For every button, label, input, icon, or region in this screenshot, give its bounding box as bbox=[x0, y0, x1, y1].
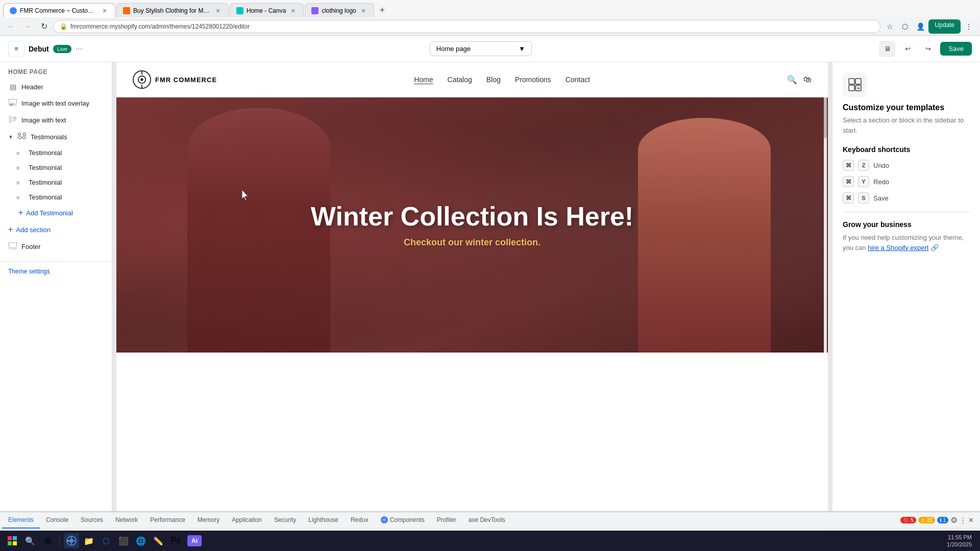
tab-clothing[interactable]: Buy Stylish Clothing for Men | Fr... × bbox=[116, 3, 229, 17]
sidebar-item-testimonials[interactable]: ▼ Testimonials bbox=[0, 129, 112, 145]
page-selector[interactable]: Home page ▼ bbox=[430, 41, 532, 56]
right-panel-subtitle: Select a section or block in the sidebar… bbox=[843, 115, 970, 135]
sidebar-item-image-text-overlay[interactable]: Image with text overlay bbox=[0, 95, 112, 112]
taskbar-ai-button[interactable]: Ai bbox=[187, 535, 202, 546]
tab-close-3[interactable]: × bbox=[289, 7, 297, 15]
search-icon[interactable]: 🔍 bbox=[787, 75, 797, 85]
testimonials-label: Testimonials bbox=[31, 133, 67, 141]
taskbar-ps-icon[interactable]: Ps bbox=[168, 533, 183, 548]
start-button[interactable] bbox=[4, 533, 20, 549]
menu-icon[interactable]: ⋮ bbox=[962, 19, 976, 34]
live-badge: Live bbox=[53, 45, 71, 53]
svg-rect-24 bbox=[8, 536, 12, 540]
sidebar-image-text-overlay-label: Image with text overlay bbox=[21, 99, 104, 107]
taskbar-search-icon[interactable]: 🔍 bbox=[22, 533, 38, 548]
profile-icon[interactable]: 👤 bbox=[913, 19, 927, 34]
back-button[interactable]: ← bbox=[4, 19, 18, 34]
forward-button[interactable]: → bbox=[20, 19, 35, 34]
svg-rect-25 bbox=[13, 536, 17, 540]
kbd-ctrl-2: ⌘ bbox=[843, 176, 854, 187]
devtools-tab-memory[interactable]: Memory bbox=[191, 512, 226, 529]
toolbar-icons: ☆ ⬡ 👤 Update ⋮ bbox=[883, 19, 976, 34]
save-button[interactable]: Save bbox=[940, 42, 972, 56]
devtools-close-icon[interactable]: ✕ bbox=[968, 516, 974, 524]
taskbar-explorer-icon[interactable]: 📁 bbox=[81, 533, 96, 548]
theme-settings-link[interactable]: Theme settings bbox=[8, 268, 104, 275]
tab-canva[interactable]: Home - Canva × bbox=[230, 3, 304, 17]
add-section-icon: + bbox=[8, 225, 13, 234]
devtools-settings-icon[interactable]: ⚙ bbox=[950, 515, 958, 525]
testimonial-child-2[interactable]: ≡ Testimonial bbox=[4, 160, 112, 175]
devtools-tab-axe[interactable]: axe DevTools bbox=[462, 512, 511, 529]
sidebar-item-header[interactable]: ▤ Header bbox=[0, 79, 112, 95]
add-section-label: Add section bbox=[16, 226, 51, 234]
add-section-button[interactable]: + Add section bbox=[0, 221, 112, 238]
extensions-icon[interactable]: ⬡ bbox=[898, 19, 912, 34]
svg-rect-1 bbox=[9, 103, 17, 106]
testimonial-child-4[interactable]: ≡ Testimonial bbox=[4, 190, 112, 205]
devtools-tab-redux[interactable]: Redux bbox=[345, 512, 375, 529]
devtools-tab-network[interactable]: Network bbox=[109, 512, 144, 529]
testimonial-child-3[interactable]: ≡ Testimonial bbox=[4, 175, 112, 190]
new-tab-button[interactable]: + bbox=[375, 3, 389, 17]
shortcut-save-label: Save bbox=[873, 194, 889, 202]
nav-link-blog[interactable]: Blog bbox=[486, 76, 501, 84]
devtools-tab-performance[interactable]: Performance bbox=[144, 512, 191, 529]
tab-close-2[interactable]: × bbox=[214, 7, 222, 15]
svg-rect-10 bbox=[18, 136, 21, 139]
devtools-tab-elements[interactable]: Elements bbox=[2, 512, 40, 529]
nav-link-home[interactable]: Home bbox=[414, 76, 433, 84]
shortcut-undo: ⌘ Z Undo bbox=[843, 160, 970, 171]
redo-button[interactable]: ↪ bbox=[920, 41, 936, 57]
sidebar-item-image-text[interactable]: Image with text bbox=[0, 112, 112, 129]
devtools-tab-profiler[interactable]: Profiler bbox=[431, 512, 462, 529]
preview-scroll-area[interactable]: FMR COMMERCE Home Catalog Blog Promotion… bbox=[112, 62, 832, 511]
devtools-tab-console[interactable]: Console bbox=[40, 512, 75, 529]
address-bar[interactable]: 🔒 fmrcommerce.myshopify.com/admin/themes… bbox=[53, 20, 880, 33]
devtools-tab-sources[interactable]: Sources bbox=[75, 512, 109, 529]
reload-button[interactable]: ↻ bbox=[37, 19, 51, 34]
devtools-tab-lighthouse[interactable]: Lighthouse bbox=[302, 512, 345, 529]
svg-rect-27 bbox=[13, 541, 17, 545]
store-navigation: FMR COMMERCE Home Catalog Blog Promotion… bbox=[116, 62, 828, 97]
nav-link-promotions[interactable]: Promotions bbox=[515, 76, 551, 84]
devtools-tab-components[interactable]: ⚛ Components bbox=[375, 512, 431, 529]
bookmark-icon[interactable]: ☆ bbox=[883, 19, 897, 34]
desktop-viewport-button[interactable]: 🖥 bbox=[879, 41, 895, 57]
preview-scrollbar[interactable] bbox=[824, 97, 827, 353]
add-testimonial-label: Add Testimonial bbox=[26, 209, 73, 217]
devtools-tab-security[interactable]: Security bbox=[268, 512, 302, 529]
taskbar-vscode-icon[interactable]: ⬡ bbox=[99, 533, 114, 548]
devtools-tab-bar: Elements Console Sources Network Perform… bbox=[0, 512, 980, 529]
devtools-more-icon[interactable]: ⋮ bbox=[960, 516, 966, 524]
tab-logo[interactable]: clothing logo × bbox=[305, 3, 374, 17]
more-options-button[interactable]: ··· bbox=[76, 44, 82, 54]
undo-button[interactable]: ↩ bbox=[899, 41, 916, 57]
sidebar-item-footer[interactable]: Footer bbox=[0, 238, 112, 255]
devtools-tab-application[interactable]: Application bbox=[226, 512, 268, 529]
image-text-overlay-icon bbox=[8, 99, 17, 108]
cart-icon[interactable]: 🛍 bbox=[803, 75, 812, 85]
taskbar-edge-icon[interactable]: 🌐 bbox=[133, 533, 149, 548]
kbd-z: Z bbox=[858, 160, 869, 171]
cursor-pointer bbox=[240, 189, 250, 203]
taskbar-figma-icon[interactable]: ✏️ bbox=[151, 533, 166, 548]
hero-person-right bbox=[638, 118, 771, 353]
hire-shopify-expert-link[interactable]: hire a Shopify expert bbox=[868, 244, 928, 252]
components-label: Components bbox=[390, 516, 425, 523]
tab-fmr-commerce[interactable]: FMR Commerce ~ Customize D... × bbox=[3, 3, 115, 17]
taskbar-terminal-icon[interactable]: ⬛ bbox=[116, 533, 131, 548]
sidebar-menu-button[interactable]: ≡ bbox=[8, 41, 24, 57]
nav-link-catalog[interactable]: Catalog bbox=[448, 76, 472, 84]
ai-label: Ai bbox=[191, 537, 198, 544]
update-button[interactable]: Update bbox=[928, 19, 961, 34]
add-testimonial-button[interactable]: + Add Testimonial bbox=[4, 205, 112, 221]
taskbar-widgets-icon[interactable]: ⊞ bbox=[40, 533, 55, 548]
taskbar-chrome-icon[interactable] bbox=[64, 533, 79, 548]
tab-close-4[interactable]: × bbox=[359, 7, 368, 15]
tab-close-1[interactable]: × bbox=[101, 7, 109, 15]
testimonial-child-1[interactable]: ≡ Testimonial bbox=[4, 145, 112, 160]
taskbar-clock: 11:55 PM 1/20/2025 bbox=[947, 534, 976, 548]
grow-text-after: 🔗 bbox=[930, 244, 939, 252]
nav-link-contact[interactable]: Contact bbox=[566, 76, 590, 84]
